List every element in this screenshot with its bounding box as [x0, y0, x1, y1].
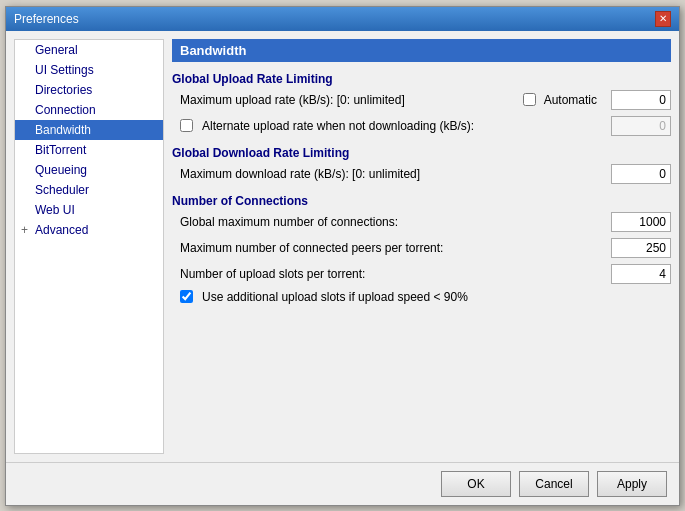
max-download-row: Maximum download rate (kB/s): [0: unlimi… — [172, 164, 671, 184]
cancel-button[interactable]: Cancel — [519, 471, 589, 497]
sidebar-item-directories[interactable]: Directories — [15, 80, 163, 100]
sidebar: General UI Settings Directories Connecti… — [14, 39, 164, 454]
group-download-label: Global Download Rate Limiting — [172, 146, 671, 160]
apply-button[interactable]: Apply — [597, 471, 667, 497]
max-download-label: Maximum download rate (kB/s): [0: unlimi… — [180, 167, 611, 181]
sidebar-item-bandwidth[interactable]: Bandwidth — [15, 120, 163, 140]
sidebar-item-bittorrent[interactable]: BitTorrent — [15, 140, 163, 160]
upload-slots-input[interactable] — [611, 264, 671, 284]
max-peers-label: Maximum number of connected peers per to… — [180, 241, 611, 255]
upload-slots-label: Number of upload slots per torrent: — [180, 267, 611, 281]
alt-upload-row: Alternate upload rate when not downloadi… — [172, 116, 671, 136]
max-upload-row: Maximum upload rate (kB/s): [0: unlimite… — [172, 90, 671, 110]
max-upload-input[interactable] — [611, 90, 671, 110]
footer: OK Cancel Apply — [6, 462, 679, 505]
sidebar-item-advanced[interactable]: Advanced — [15, 220, 163, 240]
upload-slots-row: Number of upload slots per torrent: — [172, 264, 671, 284]
group-upload-label: Global Upload Rate Limiting — [172, 72, 671, 86]
close-button[interactable]: ✕ — [655, 11, 671, 27]
window-title: Preferences — [14, 12, 79, 26]
additional-slots-checkbox[interactable] — [180, 290, 193, 303]
max-upload-label: Maximum upload rate (kB/s): [0: unlimite… — [180, 93, 523, 107]
global-max-connections-row: Global maximum number of connections: — [172, 212, 671, 232]
content-area: Bandwidth Global Upload Rate Limiting Ma… — [164, 31, 679, 462]
sidebar-item-scheduler[interactable]: Scheduler — [15, 180, 163, 200]
ok-button[interactable]: OK — [441, 471, 511, 497]
max-peers-input[interactable] — [611, 238, 671, 258]
group-connections-label: Number of Connections — [172, 194, 671, 208]
section-header: Bandwidth — [172, 39, 671, 62]
sidebar-item-connection[interactable]: Connection — [15, 100, 163, 120]
alt-upload-input[interactable] — [611, 116, 671, 136]
title-bar: Preferences ✕ — [6, 7, 679, 31]
max-download-input[interactable] — [611, 164, 671, 184]
sidebar-item-queueing[interactable]: Queueing — [15, 160, 163, 180]
automatic-checkbox-container: Automatic — [523, 93, 605, 107]
alt-upload-checkbox[interactable] — [180, 119, 193, 132]
global-max-connections-label: Global maximum number of connections: — [180, 215, 611, 229]
global-max-connections-input[interactable] — [611, 212, 671, 232]
sidebar-item-general[interactable]: General — [15, 40, 163, 60]
alt-upload-label: Alternate upload rate when not downloadi… — [202, 119, 611, 133]
automatic-label: Automatic — [544, 93, 597, 107]
additional-slots-label: Use additional upload slots if upload sp… — [202, 290, 468, 304]
sidebar-item-web-ui[interactable]: Web UI — [15, 200, 163, 220]
preferences-window: Preferences ✕ General UI Settings Direct… — [5, 6, 680, 506]
window-body: General UI Settings Directories Connecti… — [6, 31, 679, 462]
additional-slots-row: Use additional upload slots if upload sp… — [172, 290, 671, 304]
max-peers-row: Maximum number of connected peers per to… — [172, 238, 671, 258]
sidebar-item-ui-settings[interactable]: UI Settings — [15, 60, 163, 80]
automatic-checkbox[interactable] — [523, 93, 536, 106]
